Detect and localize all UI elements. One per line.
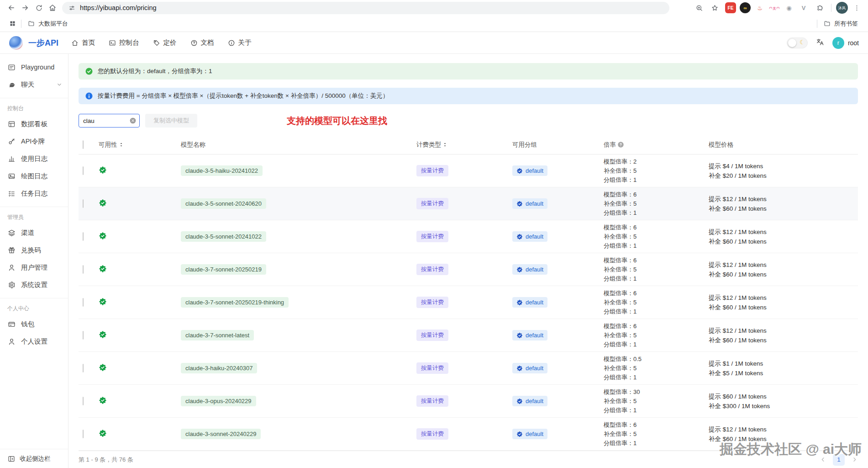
gray-badge-extension-icon[interactable]: ◉ <box>784 2 794 13</box>
translate-icon[interactable] <box>816 38 824 48</box>
nav-item-文档[interactable]: 文档 <box>190 38 214 47</box>
row-checkbox[interactable] <box>83 265 84 274</box>
row-checkbox[interactable] <box>83 232 84 241</box>
sidebar-item-渠道[interactable]: 渠道 <box>0 224 68 241</box>
model-name-tag[interactable]: claude-3-opus-20240229 <box>181 396 256 406</box>
model-name-tag[interactable]: claude-3-7-sonnet-20250219-thinking <box>181 297 289 308</box>
forward-icon[interactable] <box>18 1 32 15</box>
group-cell: default <box>512 231 604 242</box>
nav-item-关于[interactable]: 关于 <box>228 38 252 47</box>
sidebar-item-任务日志[interactable]: 任务日志 <box>0 185 68 202</box>
sidebar-item-系统设置[interactable]: 系统设置 <box>0 276 68 293</box>
zoom-icon[interactable] <box>692 1 706 15</box>
row-checkbox[interactable] <box>83 430 84 438</box>
model-name-tag[interactable]: claude-3-5-haiku-20241022 <box>181 165 263 176</box>
site-logo[interactable] <box>9 36 23 50</box>
availability-cell <box>99 396 181 406</box>
availability-cell <box>99 166 181 176</box>
user-menu[interactable]: r root <box>832 37 859 49</box>
pricing-table: 可用性模型名称计费类型可用分组倍率模型价格 claude-3-5-haiku-2… <box>79 135 858 468</box>
group-tag[interactable]: default <box>512 429 547 439</box>
nav-item-首页[interactable]: 首页 <box>71 38 95 47</box>
sort-icon[interactable] <box>118 142 124 148</box>
fe-extension-icon[interactable]: FE <box>725 2 736 13</box>
infinity-extension-icon[interactable]: ∞ <box>740 2 751 13</box>
ratio-line: 补全倍率：5 <box>604 397 709 406</box>
ratio-line: 补全倍率：5 <box>604 430 709 439</box>
sidebar-item-兑换码[interactable]: 兑换码 <box>0 241 68 259</box>
ratio-line: 模型倍率：6 <box>604 420 709 430</box>
site-info-icon[interactable] <box>68 5 75 11</box>
verified-group-icon <box>516 431 523 437</box>
price-cell: 提示 $12 / 1M tokens补全 $60 / 1M tokens <box>709 425 858 444</box>
copy-selected-models-button[interactable]: 复制选中模型 <box>145 114 197 128</box>
sidebar-item-个人设置[interactable]: 个人设置 <box>0 333 68 350</box>
extensions-puzzle-icon[interactable] <box>813 1 826 15</box>
browser-menu-icon[interactable] <box>850 1 863 15</box>
clear-search-icon[interactable] <box>129 117 137 124</box>
prev-page-icon[interactable] <box>820 456 826 463</box>
sidebar-item-绘图日志[interactable]: 绘图日志 <box>0 167 68 185</box>
group-tag[interactable]: default <box>512 330 547 340</box>
apps-grid-icon[interactable] <box>6 18 18 30</box>
group-tag[interactable]: default <box>512 297 547 308</box>
row-checkbox[interactable] <box>83 331 84 340</box>
row-checkbox[interactable] <box>83 364 84 372</box>
theme-toggle[interactable]: ☾ <box>787 37 808 48</box>
group-tag-label: default <box>526 332 543 339</box>
sidebar-item-用户管理[interactable]: 用户管理 <box>0 259 68 276</box>
group-cell: default <box>512 363 604 373</box>
row-checkbox[interactable] <box>83 199 84 208</box>
reload-icon[interactable] <box>32 1 46 15</box>
sidebar-item-API令牌[interactable]: API令牌 <box>0 133 68 150</box>
row-checkbox[interactable] <box>83 298 84 307</box>
nav-item-控制台[interactable]: 控制台 <box>109 38 139 47</box>
next-page-icon[interactable] <box>851 456 858 463</box>
model-name-tag[interactable]: claude-3-5-sonnet-20240620 <box>181 198 266 209</box>
playground-icon <box>8 64 16 71</box>
availability-check-icon <box>99 166 107 174</box>
model-name-tag[interactable]: claude-3-haiku-20240307 <box>181 363 257 373</box>
brand-name[interactable]: 一步API <box>28 37 58 48</box>
model-name-tag[interactable]: claude-3-sonnet-20240229 <box>181 429 261 439</box>
row-checkbox[interactable] <box>83 397 84 405</box>
bookmark-star-icon[interactable] <box>708 1 721 15</box>
ratio-line: 模型倍率：30 <box>604 388 709 397</box>
all-bookmarks[interactable]: 所有书签 <box>820 18 862 30</box>
table-header: 可用性模型名称计费类型可用分组倍率模型价格 <box>79 135 858 154</box>
availability-check-icon <box>99 232 107 240</box>
group-tag[interactable]: default <box>512 165 547 176</box>
row-checkbox[interactable] <box>83 166 84 175</box>
help-icon[interactable] <box>617 141 624 148</box>
address-bar[interactable]: https://yibuapi.com/pricing <box>62 2 669 14</box>
back-icon[interactable] <box>5 1 18 15</box>
bookmark-folder[interactable]: 大数据平台 <box>24 18 72 30</box>
collapse-sidebar-button[interactable]: 收起侧边栏 <box>0 449 68 468</box>
page-number-button[interactable]: 1 <box>833 454 845 466</box>
nav-item-定价[interactable]: 定价 <box>153 38 177 47</box>
group-tag[interactable]: default <box>512 363 547 373</box>
sidebar-item-Playground[interactable]: Playground <box>0 58 68 76</box>
group-tag[interactable]: default <box>512 396 547 406</box>
red-mascot-extension-icon[interactable]: ♨ <box>754 2 765 13</box>
group-tag[interactable]: default <box>512 264 547 275</box>
sort-icon[interactable] <box>442 142 448 148</box>
browser-profile-avatar[interactable]: 沐风 <box>836 2 848 14</box>
collapse-sidebar-label: 收起侧边栏 <box>20 455 51 463</box>
sidebar-item-聊天[interactable]: 聊天 <box>0 76 68 93</box>
price-cell: 提示 $12 / 1M tokens补全 $60 / 1M tokens <box>709 194 858 213</box>
table-row: claude-3-5-haiku-20241022按量计费default模型倍率… <box>79 154 858 187</box>
model-name-tag[interactable]: claude-3-5-sonnet-20241022 <box>181 231 266 242</box>
model-name-tag[interactable]: claude-3-7-sonnet-latest <box>181 330 254 340</box>
model-name-tag[interactable]: claude-3-7-sonnet-20250219 <box>181 264 266 275</box>
group-tag[interactable]: default <box>512 231 547 242</box>
v-extension-icon[interactable]: V <box>798 2 809 13</box>
home-icon <box>71 39 79 47</box>
browser-home-icon[interactable] <box>46 1 59 15</box>
group-tag[interactable]: default <box>512 198 547 209</box>
sidebar-item-使用日志[interactable]: 使用日志 <box>0 150 68 167</box>
select-all-checkbox[interactable] <box>83 140 84 149</box>
sidebar-item-钱包[interactable]: 钱包 <box>0 315 68 333</box>
sidebar-item-数据看板[interactable]: 数据看板 <box>0 115 68 133</box>
pink-cat-extension-icon[interactable]: ᴖᴥᴖ <box>769 2 780 13</box>
